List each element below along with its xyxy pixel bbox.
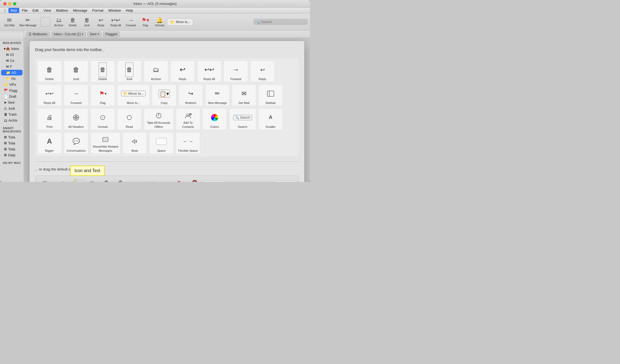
preview-get-mail[interactable]: ✉ Get Mail	[37, 179, 52, 182]
preview-reply-all[interactable]: ↩↩ Reply All	[142, 179, 157, 182]
item-conversations[interactable]: 💬 Conversations	[64, 132, 88, 154]
menu-message[interactable]: Message	[71, 8, 90, 13]
menu-file[interactable]: File	[20, 8, 30, 13]
sidebar-item-inbox[interactable]: ▾📥 Inbox	[1, 46, 23, 52]
menu-help[interactable]: Help	[124, 8, 135, 13]
sidebar-item-sent[interactable]: ➤ Sent	[1, 100, 23, 105]
item-flag-icon: ⚑▾	[99, 86, 107, 101]
item-flag[interactable]: ⚑▾ Flag	[90, 84, 115, 106]
preview-delete[interactable]: 🗑 Delete	[100, 179, 113, 182]
menu-mailbox[interactable]: Mailbox	[54, 8, 70, 13]
preview-reply-icon: ↩	[133, 180, 137, 182]
item-redirect[interactable]: ↪ Redirect	[179, 84, 203, 106]
preview-archive[interactable]: 🗂 Archive	[86, 179, 99, 182]
item-get-mail-icon: ✉	[242, 86, 246, 101]
sidebar-item-cox[interactable]: ✉ Co.	[1, 58, 23, 64]
item-flexible-space[interactable]: ←→ Flexible Space	[176, 132, 200, 154]
sidebar-item-junk[interactable]: ⚠ Junk	[1, 106, 23, 111]
item-take-all-offline[interactable]: Take All Accounts Offline	[144, 108, 174, 130]
toolbar-items-grid: 🗑 Delete 🗑 Junk 🗑 Delete	[35, 58, 299, 156]
item-archive[interactable]: 🗂 Archive	[144, 61, 168, 82]
item-read[interactable]: Read	[117, 108, 142, 130]
item-print[interactable]: 🖨 Print	[37, 108, 62, 130]
breadcrumb-sent[interactable]: Sent ▾	[87, 31, 101, 37]
item-delete1[interactable]: 🗑 Delete	[37, 61, 62, 82]
item-take-all-offline-icon	[155, 110, 162, 121]
toolbar-delete[interactable]: 🗑 Delete	[66, 16, 80, 28]
toolbar-new-message[interactable]: ✏ New Message	[17, 16, 39, 28]
sidebar-item-flagged[interactable]: 🚩 Flagg	[1, 88, 23, 93]
toolbar-unmute[interactable]: 🔔 Unmute	[153, 16, 167, 28]
item-unread[interactable]: • Unread	[90, 108, 115, 130]
search-input[interactable]	[261, 20, 306, 24]
menu-view[interactable]: View	[41, 8, 53, 13]
item-search[interactable]: 🔍 Search Search	[229, 108, 256, 130]
sidebar-item-f[interactable]: ✉ F	[1, 64, 23, 69]
toolbar-forward[interactable]: → Forward	[124, 16, 138, 28]
breadcrumb-mailboxes[interactable]: ☰ Mailboxes	[26, 31, 50, 37]
close-button[interactable]	[3, 2, 7, 5]
preview-forward[interactable]: → Forward	[158, 179, 173, 182]
toolbar-get-mail[interactable]: ✉ Get Mail	[2, 16, 17, 28]
sidebar-item-draft[interactable]: 📄 Draft	[1, 94, 23, 99]
menu-apple[interactable]: 	[2, 8, 8, 13]
breadcrumb-inbox-cox[interactable]: Inbox - Cox.net (1) ▾	[51, 31, 86, 37]
item-new-message[interactable]: ✏ New Message	[205, 84, 230, 106]
sidebar-item-today1[interactable]: ⚙ Toda	[1, 134, 23, 140]
sidebar-item-today2[interactable]: ⚙ Toda	[1, 140, 23, 146]
item-forward1[interactable]: → Forward	[224, 61, 248, 82]
item-mute[interactable]: Mute	[123, 132, 147, 154]
toolbar-search[interactable]: 🔍	[253, 19, 308, 25]
item-junk1[interactable]: 🗑 Junk	[64, 61, 88, 82]
minimize-button[interactable]	[8, 2, 11, 5]
toolbar-reply-all[interactable]: ↩↩ Reply All	[108, 16, 123, 28]
sidebar-item-ao[interactable]: 📁 AO	[1, 70, 23, 75]
item-move[interactable]: 📁 Move to... Move to...	[117, 84, 150, 106]
sidebar-item-trash[interactable]: 🗑 Trash	[1, 112, 23, 117]
preview-junk[interactable]: 🗑 Junk	[114, 179, 127, 182]
today3-icon: ⚙	[4, 147, 7, 151]
toolbar-junk[interactable]: 🗑 Junk	[80, 16, 94, 28]
preview-flag[interactable]: ⚑▾ Flag	[174, 179, 187, 182]
menu-window[interactable]: Window	[106, 8, 123, 13]
breadcrumb-flagged[interactable]: Flagged	[103, 31, 120, 37]
item-delete2[interactable]: 🗑 Delete	[90, 61, 115, 82]
item-smaller[interactable]: A Smaller	[258, 108, 283, 130]
item-reply2[interactable]: ↩ Reply	[250, 61, 275, 82]
menu-edit[interactable]: Edit	[30, 8, 41, 13]
item-colors[interactable]: Colors	[202, 108, 227, 130]
item-sidebar[interactable]: Sidebar	[258, 84, 283, 106]
toolbar-flag[interactable]: ⚑▾ Flag	[139, 16, 152, 28]
item-all-headers[interactable]: All Headers	[64, 108, 88, 130]
item-forward2[interactable]: → Forward	[64, 84, 88, 106]
preview-new-message[interactable]: ✏ New Message	[53, 179, 74, 182]
toolbar-placeholder	[40, 17, 50, 27]
sidebar-item-vips[interactable]: ⭐ VIPs	[1, 82, 23, 87]
maximize-button[interactable]	[13, 2, 16, 5]
toolbar-archive[interactable]: 🗂 Archive	[52, 16, 65, 28]
item-space[interactable]: Space	[149, 132, 174, 154]
sidebar-item-daily[interactable]: ⚙ Daily	[1, 152, 23, 158]
menu-format[interactable]: Format	[90, 8, 105, 13]
preview-move[interactable]: 📁 Move to...	[202, 181, 226, 182]
item-show-hide[interactable]: Show/Hide Related Messages	[90, 132, 120, 154]
move-icon: 📁	[170, 20, 175, 24]
sidebar-item-ho[interactable]: 📁 Ho	[1, 76, 23, 81]
toolbar-move[interactable]: 📁 Move to...	[167, 18, 193, 26]
menu-mail[interactable]: Mail	[8, 8, 19, 13]
item-get-mail[interactable]: ✉ Get Mail	[232, 84, 256, 106]
sidebar-item-archive[interactable]: 🗂 Archiv	[1, 118, 23, 123]
item-junk2[interactable]: 🗑 Junk	[117, 61, 142, 82]
item-add-contacts[interactable]: Add To Contacts	[176, 108, 200, 130]
item-copy[interactable]: 📋▾ Copy	[152, 84, 176, 106]
item-bigger[interactable]: A Bigger	[37, 132, 62, 154]
item-reply1[interactable]: ↩ Reply	[170, 61, 195, 82]
sidebar-item-icl[interactable]: ✉ iCl	[1, 52, 23, 58]
toolbar-reply[interactable]: ↩ Reply	[94, 16, 108, 28]
preview-search[interactable]: 🔍 Search	[275, 181, 296, 182]
preview-reply[interactable]: ↩ Reply	[128, 179, 141, 182]
item-reply-all1[interactable]: ↩↩ Reply All	[197, 61, 221, 82]
sidebar-item-today3[interactable]: ⚙ Toda	[1, 146, 23, 152]
preview-mute[interactable]: 🔇 Mute	[188, 179, 201, 182]
item-reply-all2[interactable]: ↩↩ Reply All	[37, 84, 62, 106]
